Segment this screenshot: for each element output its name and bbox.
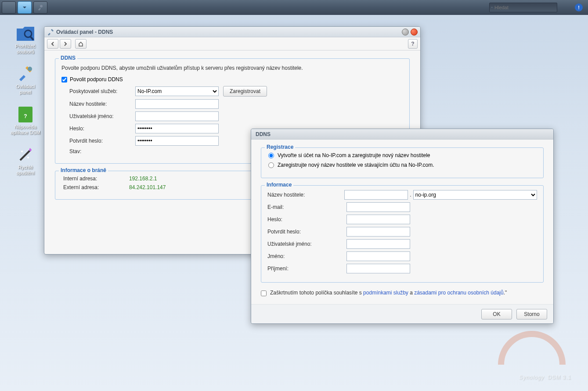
desktop-icon-label: Prohlížečsouborů xyxy=(15,43,36,55)
dialog-footer: OK Storno xyxy=(251,304,553,323)
branding: SynologyDSM 3.1 xyxy=(519,368,571,382)
tools-icon xyxy=(15,65,36,83)
desktop-icon-file-browser[interactable]: Prohlížečsouborů xyxy=(8,24,43,55)
password-label: Heslo: xyxy=(69,126,135,132)
desktop-icon-quick-start[interactable]: Rychléspuštění xyxy=(8,145,43,176)
desktop-icon-label: Rychléspuštění xyxy=(16,165,35,176)
forward-button[interactable] xyxy=(60,39,71,49)
notification-button[interactable]: ! xyxy=(575,4,583,11)
hostname-dot: . xyxy=(410,192,411,198)
svg-text:?: ? xyxy=(24,113,27,119)
domain-select[interactable]: no-ip.org xyxy=(413,190,537,200)
task-tools-button[interactable] xyxy=(33,1,47,14)
search-input[interactable] xyxy=(494,5,555,10)
ok-button[interactable]: OK xyxy=(481,309,512,319)
email-label: E-mail: xyxy=(267,204,346,210)
confirm-password-input[interactable] xyxy=(135,136,219,146)
desktop-icons: Prohlížečsouborů Ovládacípanel ? Nápověd… xyxy=(8,24,43,186)
fieldset-legend: Registrace xyxy=(265,144,295,150)
fieldset-legend: Informace xyxy=(265,182,293,188)
svg-line-1 xyxy=(492,7,493,8)
register-option-label: Zaregistrujte nový název hostitele ve st… xyxy=(278,162,434,168)
register-button[interactable]: Zaregistrovat xyxy=(223,86,267,97)
username-label: Uživatelské jméno: xyxy=(69,113,135,119)
window-title: Ovládací panel - DDNS xyxy=(56,29,400,35)
hostname-label: Název hostitele: xyxy=(267,192,344,198)
svg-point-0 xyxy=(491,7,492,8)
terms-link[interactable]: podmínkami služby xyxy=(363,290,408,296)
confirm-password-label: Potvrdit heslo: xyxy=(69,138,135,144)
help-book-icon: ? xyxy=(15,105,36,123)
hostname-input[interactable] xyxy=(344,190,408,200)
hostname-label: Název hostitele: xyxy=(69,101,135,107)
desktop-icon-help[interactable]: ? Nápovědaaplikace DSM xyxy=(8,105,43,136)
fieldset-information: Informace Název hostitele: . no-ip.org E… xyxy=(261,185,544,283)
close-button[interactable] xyxy=(411,29,418,36)
username-input[interactable] xyxy=(346,239,410,249)
external-address-value: 84.242.101.147 xyxy=(129,184,166,190)
dialog-titlebar[interactable]: DDNS xyxy=(251,129,553,140)
svg-point-8 xyxy=(21,151,23,152)
desktop-icon-control-panel[interactable]: Ovládacípanel xyxy=(8,65,43,95)
status-label: Stav: xyxy=(69,148,135,154)
external-address-label: Externí adresa: xyxy=(63,184,129,190)
search-box[interactable] xyxy=(489,3,557,12)
folder-search-icon xyxy=(15,24,36,43)
confirm-password-label: Potvrdit heslo: xyxy=(267,229,346,235)
ddns-description: Povolte podporu DDNS, abyste umožnili už… xyxy=(61,65,403,71)
firstname-input[interactable] xyxy=(346,251,410,261)
privacy-link[interactable]: zásadami pro ochranu osobních údajů xyxy=(414,290,503,296)
fieldset-legend: Informace o bráně xyxy=(59,167,108,173)
username-input[interactable] xyxy=(135,111,219,121)
provider-select[interactable]: No-IP.com xyxy=(135,86,219,96)
enable-ddns-label: Povolit podporu DDNS xyxy=(70,76,123,83)
lastname-label: Příjmení: xyxy=(267,265,346,272)
username-label: Uživatelské jméno: xyxy=(267,241,346,247)
task-handle[interactable] xyxy=(2,1,16,14)
hostname-input[interactable] xyxy=(135,99,219,109)
register-option-existing-account[interactable] xyxy=(268,162,274,168)
agree-terms-checkbox[interactable] xyxy=(261,291,267,296)
search-icon xyxy=(491,5,493,10)
window-toolbar: ? xyxy=(44,37,420,50)
minimize-button[interactable] xyxy=(402,29,409,36)
fieldset-legend: DDNS xyxy=(59,55,77,61)
window-titlebar[interactable]: Ovládací panel - DDNS xyxy=(44,27,420,37)
password-input[interactable] xyxy=(135,124,219,133)
internal-address-label: Interní adresa: xyxy=(63,176,129,182)
enable-ddns-checkbox[interactable] xyxy=(61,77,67,83)
fieldset-registration: Registrace Vytvořte si účet na No-IP.com… xyxy=(261,147,544,178)
desktop-icon-label: Nápovědaaplikace DSM xyxy=(11,124,40,136)
help-button[interactable]: ? xyxy=(408,39,418,49)
dialog-title: DDNS xyxy=(256,131,551,137)
internal-address-value: 192.168.2.1 xyxy=(129,176,157,182)
gauge-watermark xyxy=(492,330,571,369)
taskbar: ! xyxy=(0,0,588,15)
cancel-button[interactable]: Storno xyxy=(516,309,547,319)
password-input[interactable] xyxy=(346,215,410,224)
home-button[interactable] xyxy=(75,39,87,49)
confirm-password-input[interactable] xyxy=(346,227,410,237)
firstname-label: Jméno: xyxy=(267,253,346,259)
wand-icon xyxy=(15,145,36,164)
dialog-ddns-register: DDNS Registrace Vytvořte si účet na No-I… xyxy=(251,129,554,324)
back-button[interactable] xyxy=(47,39,58,49)
email-input[interactable] xyxy=(346,202,410,212)
agree-text: Zaškrtnutím tohoto políčka souhlasíte s … xyxy=(270,290,507,296)
provider-label: Poskytovatel služeb: xyxy=(69,88,135,94)
password-label: Heslo: xyxy=(267,216,346,222)
tools-icon xyxy=(47,29,54,36)
svg-point-4 xyxy=(28,67,32,71)
register-option-new-account[interactable] xyxy=(268,153,274,158)
task-menu-button[interactable] xyxy=(18,1,32,14)
svg-point-9 xyxy=(27,157,29,158)
lastname-input[interactable] xyxy=(346,264,410,273)
desktop-icon-label: Ovládacípanel xyxy=(16,84,35,95)
register-option-label: Vytvořte si účet na No-IP.com a zaregist… xyxy=(278,152,430,158)
